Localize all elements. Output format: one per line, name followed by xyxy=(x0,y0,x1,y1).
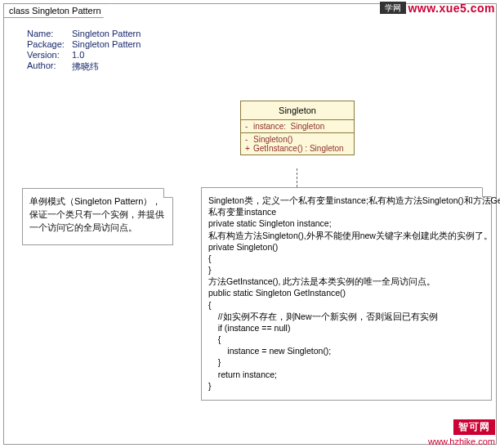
uml-class-box: Singleton -instance: Singleton -Singleto… xyxy=(240,101,355,155)
uml-attr-sig: instance: xyxy=(253,122,286,131)
uml-attr-type: Singleton xyxy=(291,122,325,131)
meta-row: Name:Singleton Pattern xyxy=(27,29,141,38)
uml-op-type: Singleton xyxy=(310,144,344,153)
frame-title: class Singleton Pattern xyxy=(3,3,110,18)
meta-key: Package: xyxy=(27,39,72,49)
meta-val: Singleton Pattern xyxy=(72,39,141,49)
meta-row: Author:拂晓纬 xyxy=(27,60,141,73)
uml-dependency-line xyxy=(297,168,297,187)
uml-visibility: + xyxy=(245,144,253,153)
uml-attr-row: -instance: Singleton xyxy=(245,122,350,131)
badge-xue: 学网 xyxy=(380,2,406,14)
uml-op-row: -Singleton() xyxy=(245,135,350,144)
watermark-bottom-link: www.hzhike.com xyxy=(428,437,495,446)
note-text: 单例模式（Singleton Pattern），保证一个类只有一个实例，并提供一… xyxy=(29,196,164,232)
meta-block: Name:Singleton Pattern Package:Singleton… xyxy=(27,29,141,74)
meta-key: Version: xyxy=(27,50,72,60)
uml-op-row: +GetInstance() : Singleton xyxy=(245,144,350,153)
uml-visibility: - xyxy=(245,135,253,144)
note-fold-icon xyxy=(163,188,173,198)
meta-key: Name: xyxy=(27,29,72,38)
uml-note-description: 单例模式（Singleton Pattern），保证一个类只有一个实例，并提供一… xyxy=(22,188,173,245)
watermark-bottom-label: 智可网 xyxy=(453,419,495,435)
note-fold-icon xyxy=(482,187,492,197)
diagram-frame: class Singleton Pattern Name:Singleton P… xyxy=(3,3,497,445)
meta-key: Author: xyxy=(27,60,72,73)
uml-op-sig: Singleton() xyxy=(253,135,292,144)
uml-note-code: Singleton类，定义一个私有变量instance;私有构造方法Single… xyxy=(201,187,492,401)
uml-class-name: Singleton xyxy=(241,101,354,120)
note-code-text: Singleton类，定义一个私有变量instance;私有构造方法Single… xyxy=(208,195,484,392)
uml-op-sig: GetInstance() : xyxy=(253,144,307,153)
meta-val: 1.0 xyxy=(72,50,84,60)
frame-title-text: class Singleton Pattern xyxy=(9,6,101,16)
meta-row: Version:1.0 xyxy=(27,50,141,60)
uml-attributes: -instance: Singleton xyxy=(241,120,354,133)
meta-val: Singleton Pattern xyxy=(72,29,141,38)
uml-operations: -Singleton() +GetInstance() : Singleton xyxy=(241,133,354,155)
meta-row: Package:Singleton Pattern xyxy=(27,39,141,49)
watermark-top: www.xue5.com xyxy=(408,2,495,15)
uml-visibility: - xyxy=(245,122,253,131)
meta-val: 拂晓纬 xyxy=(72,60,99,73)
